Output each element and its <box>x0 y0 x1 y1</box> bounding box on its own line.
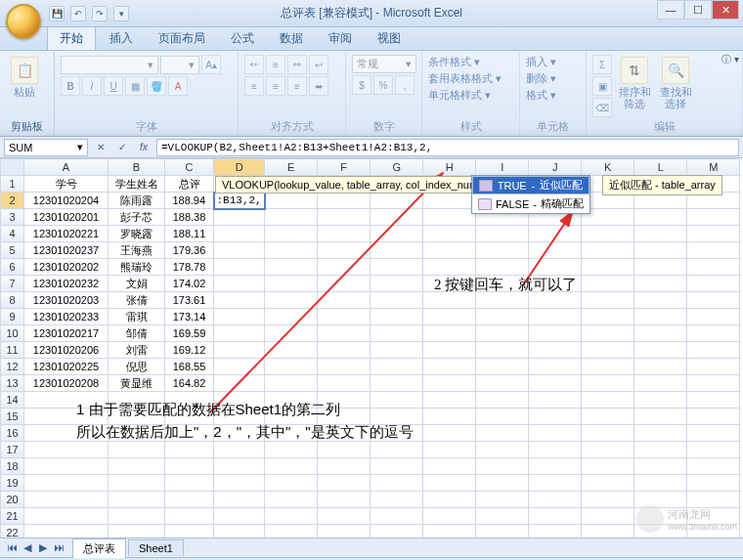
close-button[interactable]: ✕ <box>712 0 739 20</box>
insert-cells-button[interactable]: 插入 ▾ <box>526 55 556 69</box>
fill-icon[interactable]: ▣ <box>592 76 612 96</box>
cell[interactable] <box>371 276 423 292</box>
tab-review[interactable]: 审阅 <box>317 26 364 50</box>
cell[interactable]: 188.11 <box>165 226 214 242</box>
cell[interactable] <box>371 209 423 226</box>
cell[interactable] <box>214 292 265 309</box>
find-select-button[interactable]: 🔍 查找和选择 <box>657 55 694 111</box>
percent-icon[interactable]: % <box>373 75 393 95</box>
cell[interactable] <box>582 475 634 492</box>
cell[interactable] <box>529 309 582 325</box>
tab-nav-last-icon[interactable]: ⏭ <box>51 541 66 554</box>
row-header[interactable]: 6 <box>1 259 24 276</box>
cell[interactable]: 178.78 <box>165 259 214 276</box>
tab-nav-prev-icon[interactable]: ◀ <box>20 541 35 554</box>
font-color-icon[interactable]: A <box>168 76 188 96</box>
cell[interactable] <box>214 508 265 525</box>
cell[interactable]: 179.36 <box>165 242 214 259</box>
cell[interactable]: 12301020217 <box>24 325 109 342</box>
cell[interactable] <box>634 409 687 425</box>
col-header-A[interactable]: A <box>24 159 109 176</box>
save-icon[interactable]: 💾 <box>49 6 65 22</box>
cell[interactable] <box>423 442 476 458</box>
cell[interactable] <box>265 342 318 359</box>
cell[interactable] <box>529 475 582 492</box>
cell[interactable] <box>423 375 476 392</box>
cell[interactable] <box>634 309 687 325</box>
cell[interactable]: 黄显维 <box>109 375 165 392</box>
cell[interactable] <box>318 359 371 375</box>
formula-input[interactable]: =VLOOKUP(B2,Sheet1!A2:B13+Sheet1!A2:B13,… <box>156 139 739 156</box>
cell[interactable] <box>582 342 634 359</box>
cell[interactable] <box>423 475 476 492</box>
cell[interactable] <box>165 492 214 508</box>
cell[interactable] <box>214 475 265 492</box>
tab-insert[interactable]: 插入 <box>98 26 145 50</box>
cell[interactable] <box>582 392 634 409</box>
col-header-L[interactable]: L <box>634 159 687 176</box>
enter-formula-icon[interactable]: ✓ <box>113 139 131 156</box>
cell[interactable] <box>214 525 265 538</box>
cell[interactable] <box>529 392 582 409</box>
cell[interactable]: 文娟 <box>109 276 165 292</box>
cell[interactable] <box>265 276 318 292</box>
cell[interactable] <box>687 392 740 409</box>
cell[interactable] <box>476 392 529 409</box>
autosum-icon[interactable]: Σ <box>592 55 612 74</box>
tab-formulas[interactable]: 公式 <box>219 26 266 50</box>
row-header[interactable]: 7 <box>1 276 24 292</box>
cell[interactable] <box>582 242 634 259</box>
cell[interactable]: 雷琪 <box>109 309 165 325</box>
cell[interactable] <box>423 259 476 276</box>
sheet-tab[interactable]: Sheet1 <box>128 539 184 556</box>
cell[interactable] <box>529 492 582 508</box>
cell[interactable] <box>634 259 687 276</box>
cell[interactable] <box>318 525 371 538</box>
cell[interactable] <box>476 442 529 458</box>
cell[interactable] <box>371 259 423 276</box>
cell[interactable] <box>687 242 740 259</box>
cell[interactable]: 12301020206 <box>24 342 109 359</box>
cell[interactable]: 169.12 <box>165 342 214 359</box>
cell[interactable]: 12301020208 <box>24 375 109 392</box>
cell[interactable] <box>371 442 423 458</box>
cell[interactable]: 168.55 <box>165 359 214 375</box>
cell[interactable] <box>582 359 634 375</box>
row-header[interactable]: 22 <box>1 525 24 538</box>
cell[interactable] <box>371 342 423 359</box>
cell[interactable] <box>634 458 687 475</box>
cell[interactable] <box>318 325 371 342</box>
cell[interactable] <box>476 492 529 508</box>
cell[interactable] <box>371 475 423 492</box>
cell[interactable] <box>687 226 740 242</box>
cell[interactable] <box>265 226 318 242</box>
cell[interactable] <box>529 242 582 259</box>
cell[interactable] <box>476 425 529 442</box>
cell[interactable]: 刘雷 <box>109 342 165 359</box>
cell[interactable] <box>265 209 318 226</box>
border-icon[interactable]: ▦ <box>125 76 145 96</box>
col-header-J[interactable]: J <box>529 159 582 176</box>
cell[interactable]: 12301020221 <box>24 226 109 242</box>
cell[interactable] <box>687 259 740 276</box>
cell[interactable] <box>582 458 634 475</box>
col-header-B[interactable]: B <box>109 159 165 176</box>
cell[interactable] <box>265 442 318 458</box>
cell[interactable] <box>371 226 423 242</box>
cell[interactable] <box>423 325 476 342</box>
cell[interactable] <box>214 375 265 392</box>
cell[interactable] <box>687 309 740 325</box>
row-header[interactable]: 15 <box>1 409 24 425</box>
cell[interactable] <box>582 425 634 442</box>
tab-view[interactable]: 视图 <box>366 26 413 50</box>
delete-cells-button[interactable]: 删除 ▾ <box>526 71 556 86</box>
cell[interactable] <box>318 209 371 226</box>
cell[interactable] <box>24 525 109 538</box>
cell[interactable] <box>265 475 318 492</box>
cell[interactable] <box>423 492 476 508</box>
row-header[interactable]: 8 <box>1 292 24 309</box>
align-bot-icon[interactable]: ⬵ <box>287 55 307 74</box>
cell[interactable] <box>582 442 634 458</box>
cell[interactable] <box>687 409 740 425</box>
cell[interactable] <box>318 508 371 525</box>
